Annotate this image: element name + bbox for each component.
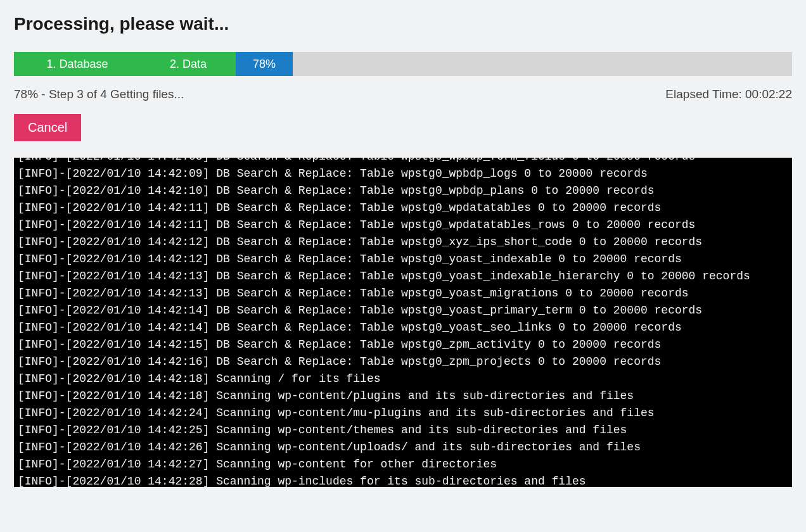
page-title: Processing, please wait... <box>14 14 792 34</box>
elapsed-time: Elapsed Time: 00:02:22 <box>665 87 792 101</box>
progress-bar: 1. Database 2. Data 78% <box>14 52 792 76</box>
status-text: 78% - Step 3 of 4 Getting files... <box>14 87 184 101</box>
progress-percent: 78% <box>236 52 293 76</box>
log-output-wrapper[interactable]: [INFO]-[2022/01/10 14:42:08] DB Search &… <box>14 158 792 500</box>
progress-step-data: 2. Data <box>141 52 236 76</box>
progress-step-database: 1. Database <box>14 52 141 76</box>
log-output[interactable]: [INFO]-[2022/01/10 14:42:08] DB Search &… <box>14 158 792 487</box>
status-row: 78% - Step 3 of 4 Getting files... Elaps… <box>14 87 792 101</box>
cancel-button[interactable]: Cancel <box>14 114 81 141</box>
